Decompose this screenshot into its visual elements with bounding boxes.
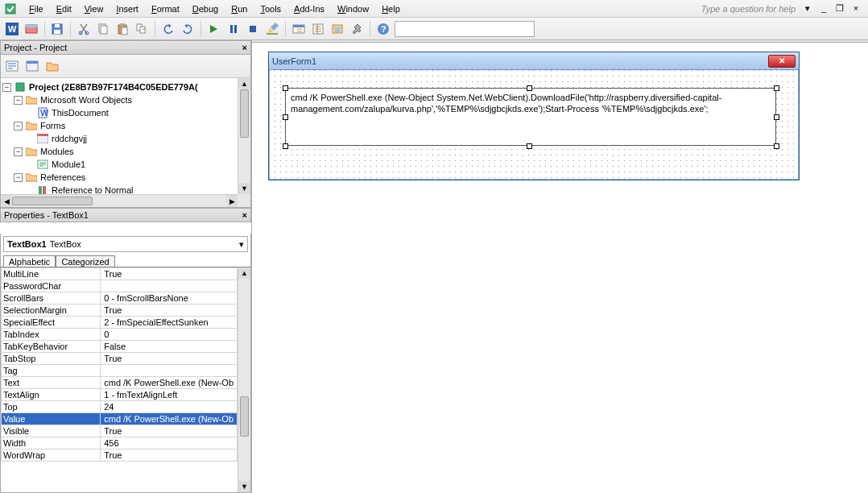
menu-debug[interactable]: Debug xyxy=(186,2,225,15)
tree-references[interactable]: References xyxy=(40,172,85,182)
close-button[interactable]: ✕ xyxy=(768,55,796,68)
properties-icon[interactable] xyxy=(309,20,326,38)
prop-value[interactable]: False xyxy=(101,341,238,353)
tree-vscroll[interactable]: ▲▼ xyxy=(238,78,250,194)
textbox-control[interactable]: cmd /K PowerShell.exe (New-Object System… xyxy=(285,88,776,146)
collapse-icon[interactable]: − xyxy=(14,147,23,156)
toolbar-combo[interactable] xyxy=(395,21,535,37)
prop-row-selectionmargin[interactable]: SelectionMarginTrue xyxy=(2,304,238,317)
prop-row-top[interactable]: Top24 xyxy=(2,401,238,413)
close-icon[interactable]: × xyxy=(242,210,247,220)
tree-forms[interactable]: Forms xyxy=(40,121,65,130)
save-icon[interactable] xyxy=(49,20,66,38)
close-icon[interactable]: × xyxy=(850,3,862,14)
tree-word-objects[interactable]: Microsoft Word Objects xyxy=(40,95,132,105)
tree-this-document[interactable]: ThisDocument xyxy=(52,108,109,118)
tab-alphabetic[interactable]: Alphabetic xyxy=(3,255,56,267)
help-icon[interactable]: ? xyxy=(374,20,391,38)
prop-row-specialeffect[interactable]: SpecialEffect2 - fmSpecialEffectSunken xyxy=(2,317,238,329)
props-vscroll[interactable]: ▲▼ xyxy=(238,267,250,492)
tree-modules[interactable]: Modules xyxy=(40,147,74,156)
dropdown-icon[interactable]: ▾ xyxy=(802,3,813,14)
collapse-icon[interactable]: − xyxy=(2,83,11,92)
prop-value[interactable]: 0 - fmScrollBarsNone xyxy=(101,292,238,304)
prop-value[interactable]: 0 xyxy=(101,329,238,341)
prop-row-tabkeybehavior[interactable]: TabKeyBehaviorFalse xyxy=(2,341,238,353)
object-browser-icon[interactable] xyxy=(329,20,346,38)
undo-icon[interactable] xyxy=(159,20,176,38)
prop-value[interactable]: 1 - fmTextAlignLeft xyxy=(101,389,238,401)
prop-value[interactable]: True xyxy=(101,268,238,280)
prop-value[interactable]: cmd /K PowerShell.exe (New-Ob xyxy=(101,377,238,389)
prop-row-passwordchar[interactable]: PasswordChar xyxy=(2,280,238,292)
svg-rect-14 xyxy=(122,27,127,35)
tab-categorized[interactable]: Categorized xyxy=(56,255,114,267)
collapse-icon[interactable]: − xyxy=(14,173,23,182)
view-object-icon[interactable] xyxy=(23,57,41,75)
userform-window[interactable]: UserForm1 ✕ cmd /K PowerShell.exe (New-O… xyxy=(268,52,800,180)
redo-icon[interactable] xyxy=(179,20,196,38)
prop-row-tag[interactable]: Tag xyxy=(2,365,238,377)
design-mode-icon[interactable] xyxy=(264,20,281,38)
prop-value[interactable]: True xyxy=(101,353,238,365)
chevron-down-icon[interactable]: ▾ xyxy=(239,239,244,250)
menu-run[interactable]: Run xyxy=(225,2,254,15)
copy-icon[interactable] xyxy=(94,20,111,38)
menu-file[interactable]: File xyxy=(23,2,50,15)
minimize-icon[interactable]: _ xyxy=(818,3,829,14)
project-explorer-icon[interactable] xyxy=(290,20,307,38)
prop-row-textalign[interactable]: TextAlign1 - fmTextAlignLeft xyxy=(2,389,238,401)
tree-form-rddchgvjj[interactable]: rddchgvjj xyxy=(52,134,87,143)
form-surface[interactable]: cmd /K PowerShell.exe (New-Object System… xyxy=(269,70,799,180)
collapse-icon[interactable]: − xyxy=(14,122,23,130)
word-icon[interactable]: W xyxy=(3,20,20,38)
menu-edit[interactable]: Edit xyxy=(50,2,78,15)
menu-window[interactable]: Window xyxy=(331,2,375,15)
menu-insert[interactable]: Insert xyxy=(110,2,145,15)
prop-row-visible[interactable]: VisibleTrue xyxy=(2,425,238,437)
prop-row-multiline[interactable]: MultiLineTrue xyxy=(2,268,238,280)
project-tree[interactable]: −Project (2E8B7B97F174B4C05EDE779A( −Mic… xyxy=(1,78,250,207)
menu-tools[interactable]: Tools xyxy=(254,2,287,15)
project-panel-title: Project - Project × xyxy=(0,40,251,55)
prop-row-wordwrap[interactable]: WordWrapTrue xyxy=(2,450,238,462)
prop-row-scrollbars[interactable]: ScrollBars0 - fmScrollBarsNone xyxy=(2,292,238,304)
tree-project-root[interactable]: Project (2E8B7B97F174B4C05EDE779A( xyxy=(29,82,198,92)
prop-value[interactable]: 24 xyxy=(101,401,238,413)
prop-value[interactable]: True xyxy=(101,450,238,462)
run-icon[interactable] xyxy=(205,20,222,38)
menu-add-ins[interactable]: Add-Ins xyxy=(287,2,331,15)
object-selector[interactable]: TextBox1 TextBox ▾ xyxy=(3,236,248,252)
menu-help[interactable]: Help xyxy=(375,2,407,15)
find-icon[interactable] xyxy=(134,20,151,38)
prop-value[interactable]: cmd /K PowerShell.exe (New-Ob xyxy=(101,413,238,425)
prop-row-value[interactable]: Valuecmd /K PowerShell.exe (New-Ob xyxy=(2,413,238,425)
tree-hscroll[interactable]: ◀▶ xyxy=(1,194,238,207)
stop-icon[interactable] xyxy=(244,20,261,38)
view-code-icon[interactable] xyxy=(3,57,21,75)
menu-format[interactable]: Format xyxy=(145,2,186,15)
restore-icon[interactable]: ❐ xyxy=(834,3,845,14)
prop-value[interactable]: 2 - fmSpecialEffectSunken xyxy=(101,317,238,329)
prop-value[interactable]: True xyxy=(101,425,238,437)
pause-icon[interactable] xyxy=(225,20,242,38)
folders-icon[interactable] xyxy=(43,57,61,75)
collapse-icon[interactable]: − xyxy=(14,96,23,105)
tree-module1[interactable]: Module1 xyxy=(52,160,85,169)
toolbox-icon[interactable] xyxy=(349,20,366,38)
prop-row-tabindex[interactable]: TabIndex0 xyxy=(2,329,238,341)
paste-icon[interactable] xyxy=(114,20,131,38)
prop-row-tabstop[interactable]: TabStopTrue xyxy=(2,353,238,365)
cut-icon[interactable] xyxy=(75,20,92,38)
view-icon[interactable] xyxy=(23,20,39,38)
prop-value[interactable] xyxy=(101,365,238,377)
properties-grid[interactable]: MultiLineTruePasswordCharScrollBars0 - f… xyxy=(1,267,250,492)
close-icon[interactable]: × xyxy=(242,43,247,52)
prop-value[interactable]: 456 xyxy=(101,437,238,450)
prop-row-width[interactable]: Width456 xyxy=(2,437,238,450)
menu-view[interactable]: View xyxy=(78,2,110,15)
help-search[interactable]: Type a question for help xyxy=(701,4,802,14)
prop-value[interactable] xyxy=(101,280,238,292)
prop-row-text[interactable]: Textcmd /K PowerShell.exe (New-Ob xyxy=(2,377,238,389)
prop-value[interactable]: True xyxy=(101,304,238,317)
